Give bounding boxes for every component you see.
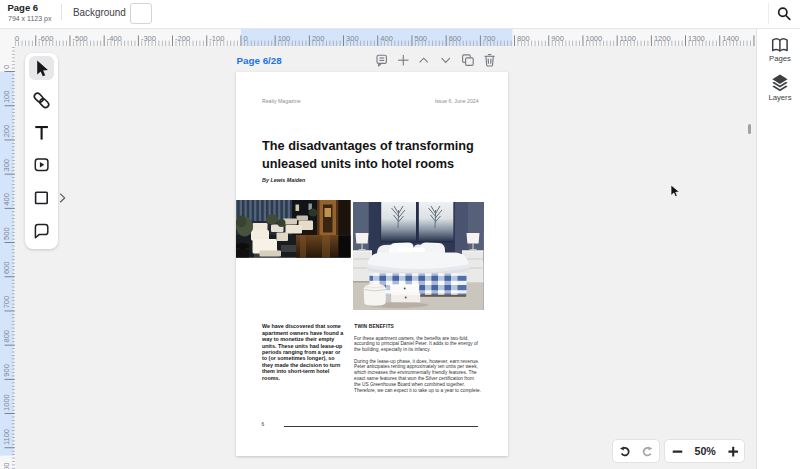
svg-text:700: 700 bbox=[483, 34, 496, 43]
svg-text:300: 300 bbox=[2, 159, 11, 172]
svg-text:900: 900 bbox=[551, 34, 564, 43]
svg-text:800: 800 bbox=[2, 330, 11, 343]
svg-text:600: 600 bbox=[2, 262, 11, 275]
svg-text:800: 800 bbox=[517, 34, 530, 43]
svg-text:500: 500 bbox=[2, 227, 11, 240]
svg-text:100: 100 bbox=[278, 34, 291, 43]
svg-text:400: 400 bbox=[380, 34, 393, 43]
svg-text:200: 200 bbox=[312, 34, 325, 43]
svg-text:500: 500 bbox=[415, 34, 428, 43]
svg-text:50%: 50% bbox=[694, 445, 716, 457]
svg-text:0: 0 bbox=[2, 65, 11, 69]
svg-text:100: 100 bbox=[2, 91, 11, 104]
svg-text:700: 700 bbox=[2, 296, 11, 309]
svg-text:300: 300 bbox=[346, 34, 359, 43]
svg-text:200: 200 bbox=[2, 125, 11, 138]
svg-text:900: 900 bbox=[2, 364, 11, 377]
svg-text:1200: 1200 bbox=[2, 463, 11, 469]
svg-text:1100: 1100 bbox=[2, 429, 11, 445]
svg-text:600: 600 bbox=[449, 34, 462, 43]
svg-text:1000: 1000 bbox=[2, 394, 11, 411]
svg-text:400: 400 bbox=[2, 193, 11, 206]
